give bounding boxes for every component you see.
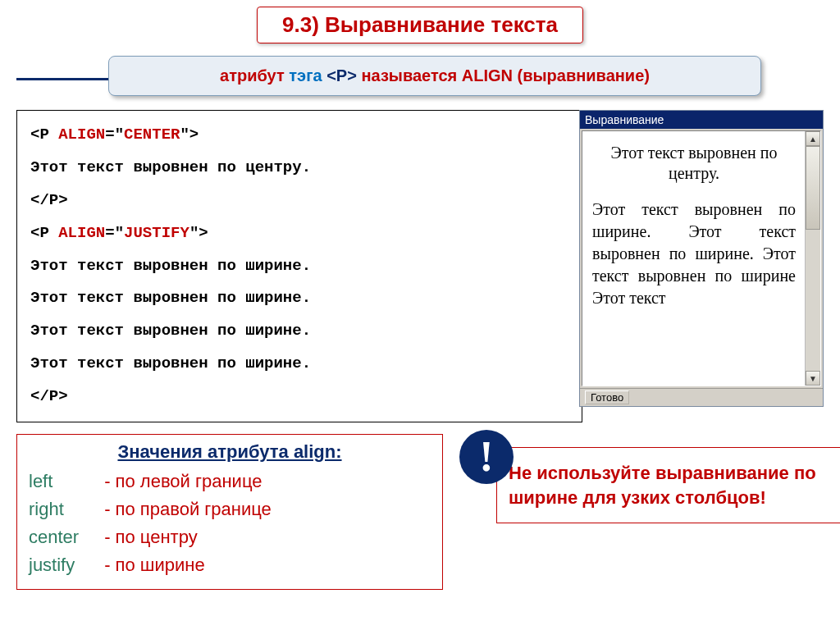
browser-preview-window: Выравнивание Этот текст выровнен по цент…	[579, 110, 824, 407]
scroll-thumb[interactable]	[806, 146, 820, 230]
browser-content-area: Этот текст выровнен по центру. Этот текс…	[582, 130, 821, 386]
warning-box: Не используйте выравнивание по ширине дл…	[496, 447, 840, 523]
code-line: Этот текст выровнен по ширине.	[30, 250, 568, 283]
code-line: </P>	[30, 185, 568, 217]
exclamation-icon: !	[459, 430, 514, 484]
code-line: Этот текст выровнен по центру.	[30, 152, 568, 185]
status-text: Готово	[585, 390, 629, 404]
section-title-box: 9.3) Выравнивание текста	[257, 7, 583, 43]
code-line: <P ALIGN="CENTER">	[30, 119, 568, 152]
value-row-left: left - по левой границе	[29, 468, 431, 495]
value-row-justify: justify - по ширине	[29, 551, 431, 579]
code-line: Этот текст выровнен по ширине.	[30, 282, 568, 315]
justified-paragraph: Этот текст выровнен по ширине. Этот текс…	[592, 199, 796, 309]
browser-titlebar: Выравнивание	[580, 111, 823, 129]
scroll-down-button[interactable]: ▼	[806, 371, 820, 386]
centered-paragraph: Этот текст выровнен по центру.	[592, 143, 796, 184]
scroll-up-button[interactable]: ▲	[806, 131, 820, 146]
code-line: Этот текст выровнен по ширине.	[30, 315, 568, 348]
align-values-box: Значения атрибута align: left - по левой…	[16, 434, 443, 590]
code-example-box: <P ALIGN="CENTER"> Этот текст выровнен п…	[16, 110, 582, 422]
code-line: Этот текст выровнен по ширине.	[30, 348, 568, 381]
subtitle-text: атрибут тэга <P> называется ALIGN (вырав…	[220, 66, 650, 84]
code-line: <P ALIGN="JUSTIFY">	[30, 217, 568, 250]
subtitle-box: атрибут тэга <P> называется ALIGN (вырав…	[108, 56, 761, 96]
values-title: Значения атрибута align:	[29, 441, 431, 463]
value-row-center: center - по центру	[29, 523, 431, 551]
code-line: </P>	[30, 381, 568, 413]
vertical-scrollbar[interactable]: ▲ ▼	[805, 131, 820, 386]
section-title: 9.3) Выравнивание текста	[282, 12, 558, 37]
value-row-right: right - по правой границе	[29, 495, 431, 523]
browser-body: Этот текст выровнен по центру. Этот текс…	[582, 131, 806, 317]
browser-status-bar: Готово	[580, 388, 823, 406]
